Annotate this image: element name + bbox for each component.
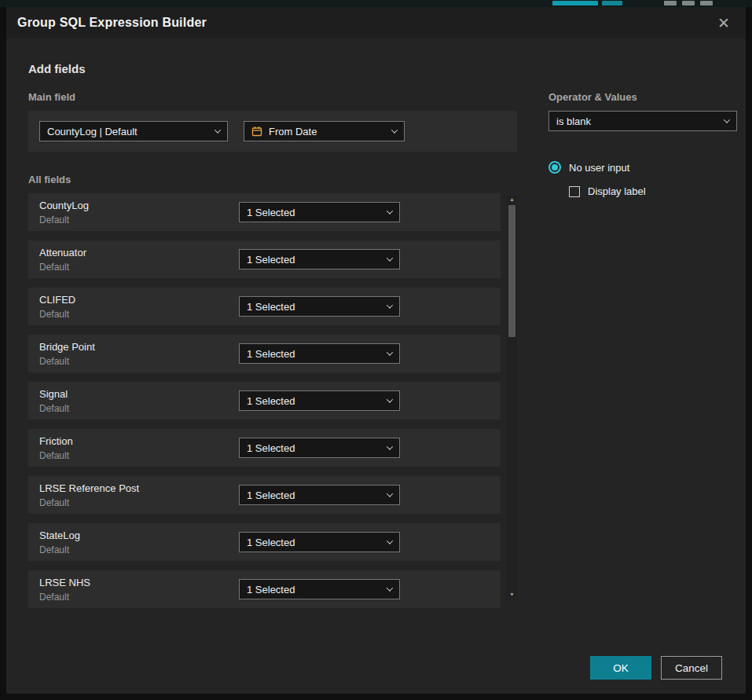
field-selection-dropdown[interactable]: 1 Selected (239, 249, 400, 269)
field-sublabel: Default (39, 214, 239, 225)
field-info: StateLog Default (39, 530, 239, 555)
fields-column: Main field CountyLog | Default (28, 91, 517, 643)
field-selection-dropdown[interactable]: 1 Selected (239, 296, 400, 317)
checkbox-unchecked-icon (569, 186, 580, 197)
field-list-item: Friction Default 1 Selected (28, 429, 501, 467)
field-name: LRSE NHS (39, 577, 239, 588)
operator-select[interactable]: is blank (548, 111, 737, 131)
field-selection-value: 1 Selected (247, 207, 295, 218)
layer-select[interactable]: CountyLog | Default (39, 121, 228, 141)
field-info: Signal Default (39, 388, 239, 414)
no-user-input-radio[interactable]: No user input (548, 161, 737, 174)
operator-values-column: Operator & Values is blank No user input… (530, 91, 737, 643)
field-name: CountyLog (39, 200, 239, 211)
background-toolbar-icon (682, 1, 695, 5)
field-info: LRSE NHS Default (39, 577, 239, 603)
field-list-item: Attenuator Default 1 Selected (28, 240, 501, 278)
field-list-item: LRSE NHS Default 1 Selected (28, 570, 501, 608)
main-field-row: CountyLog | Default From Date (28, 111, 517, 152)
display-label-text: Display label (588, 185, 646, 197)
chevron-down-icon (387, 349, 393, 355)
ok-button[interactable]: OK (590, 656, 651, 680)
chevron-down-icon (215, 126, 221, 133)
dialog-footer: OK Cancel (28, 643, 728, 680)
field-name: Attenuator (39, 247, 239, 258)
field-select-value: From Date (269, 126, 317, 137)
field-name: Signal (39, 388, 239, 400)
background-toolbar-icon (700, 1, 713, 5)
cancel-button[interactable]: Cancel (661, 656, 722, 680)
scrollbar-thumb[interactable] (508, 205, 515, 337)
field-info: LRSE Reference Post Default (39, 482, 239, 508)
display-label-checkbox[interactable]: Display label (569, 185, 737, 197)
close-icon[interactable]: ✕ (714, 14, 733, 32)
field-sublabel: Default (39, 262, 239, 273)
chevron-down-icon (387, 255, 393, 261)
field-sublabel: Default (39, 403, 239, 414)
field-info: CountyLog Default (39, 200, 239, 225)
radio-selected-icon (548, 161, 561, 174)
field-selection-dropdown[interactable]: 1 Selected (239, 343, 400, 364)
operator-values-label: Operator & Values (548, 91, 737, 103)
add-fields-heading: Add fields (28, 62, 728, 75)
all-fields-label: All fields (28, 174, 517, 185)
background-teal-text (602, 1, 622, 5)
field-selection-value: 1 Selected (247, 442, 295, 454)
field-selection-value: 1 Selected (247, 584, 295, 596)
main-field-label: Main field (28, 91, 517, 103)
scroll-up-icon[interactable]: ▲ (509, 196, 515, 203)
field-selection-dropdown[interactable]: 1 Selected (239, 438, 400, 458)
scrollbar[interactable]: ▲ ▼ (507, 195, 517, 599)
field-selection-value: 1 Selected (247, 537, 295, 548)
field-list-item: StateLog Default 1 Selected (28, 523, 501, 561)
field-info: Bridge Point Default (39, 341, 239, 367)
field-selection-value: 1 Selected (247, 301, 295, 313)
chevron-down-icon (387, 443, 393, 449)
chevron-down-icon (387, 302, 393, 308)
field-selection-value: 1 Selected (247, 489, 295, 501)
field-selection-value: 1 Selected (247, 395, 295, 407)
chevron-down-icon (391, 126, 398, 133)
dialog-title: Group SQL Expression Builder (17, 16, 207, 30)
field-selection-dropdown[interactable]: 1 Selected (239, 485, 400, 505)
chevron-down-icon (387, 490, 393, 497)
field-name: LRSE Reference Post (39, 482, 239, 494)
layer-select-value: CountyLog | Default (47, 126, 138, 137)
chevron-down-icon (387, 537, 393, 544)
field-selection-dropdown[interactable]: 1 Selected (239, 579, 400, 599)
field-selection-dropdown[interactable]: 1 Selected (239, 390, 400, 411)
field-sublabel: Default (39, 544, 239, 555)
field-info: Attenuator Default (39, 247, 239, 273)
chevron-down-icon (387, 207, 393, 214)
dialog-body: Add fields Main field CountyLog | Defaul… (6, 38, 746, 694)
field-list-item: CLIFED Default 1 Selected (28, 288, 501, 325)
all-fields-list: CountyLog Default 1 Selected Attenuator … (28, 193, 517, 608)
field-sublabel: Default (39, 309, 239, 320)
field-list-item: Bridge Point Default 1 Selected (28, 335, 501, 372)
field-list-item: Signal Default 1 Selected (28, 382, 501, 420)
field-sublabel: Default (39, 450, 239, 461)
background-app-strip (0, 0, 752, 7)
chevron-down-icon (724, 116, 730, 123)
field-name: StateLog (39, 530, 239, 541)
field-sublabel: Default (39, 356, 239, 367)
chevron-down-icon (387, 396, 393, 402)
field-sublabel: Default (39, 592, 239, 603)
field-info: CLIFED Default (39, 294, 239, 320)
field-select[interactable]: From Date (244, 121, 405, 141)
field-info: Friction Default (39, 435, 239, 461)
field-selection-dropdown[interactable]: 1 Selected (239, 532, 400, 552)
field-sublabel: Default (39, 497, 239, 508)
dialog-header: Group SQL Expression Builder ✕ (6, 7, 746, 38)
field-name: Friction (39, 435, 239, 447)
field-name: CLIFED (39, 294, 239, 306)
chevron-down-icon (387, 585, 393, 591)
group-sql-expression-builder-dialog: Group SQL Expression Builder ✕ Add field… (6, 7, 746, 694)
field-selection-value: 1 Selected (247, 254, 295, 266)
background-toolbar-icon (664, 1, 677, 5)
no-user-input-label: No user input (569, 162, 629, 174)
field-selection-dropdown[interactable]: 1 Selected (239, 202, 400, 222)
field-list-item: LRSE Reference Post Default 1 Selected (28, 476, 501, 514)
scroll-down-icon[interactable]: ▼ (509, 591, 515, 598)
background-teal-text (552, 1, 598, 5)
